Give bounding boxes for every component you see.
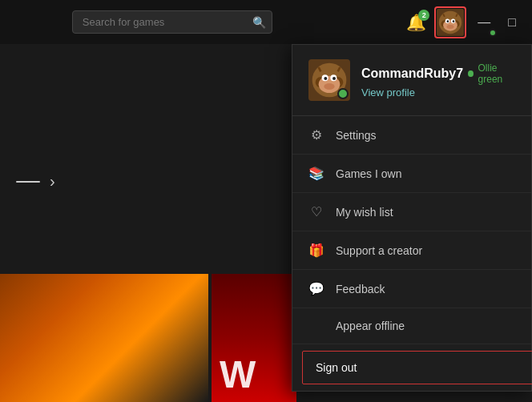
nav-next-button[interactable]: ›: [50, 172, 55, 191]
feedback-menu-item[interactable]: 💬 Feedback: [292, 270, 531, 308]
feedback-icon: 💬: [308, 281, 324, 296]
notif-badge: 2: [418, 10, 429, 21]
game-thumb-1: [0, 274, 208, 402]
search-icon: 🔍: [252, 16, 266, 29]
status-dot: [468, 70, 473, 77]
support-icon: 🎁: [308, 243, 324, 258]
games-own-menu-item[interactable]: 📚 Games I own: [292, 155, 531, 193]
svg-point-19: [324, 83, 334, 90]
maximize-button[interactable]: □: [502, 13, 522, 32]
games-label: Games I own: [336, 167, 401, 180]
settings-label: Settings: [336, 129, 377, 142]
support-label: Support a creator: [336, 244, 422, 257]
online-indicator: [489, 29, 497, 37]
svg-point-17: [324, 77, 327, 80]
topbar: 🔍 🔔 2: [0, 0, 532, 44]
nav-arrows: ›: [16, 172, 280, 191]
profile-username-row: CommandRuby7 Ollie green: [361, 62, 515, 85]
profile-info: CommandRuby7 Ollie green View profile: [361, 62, 515, 98]
wishlist-icon: ♡: [308, 204, 324, 219]
nav-line: [16, 181, 40, 183]
notifications-button[interactable]: 🔔 2: [403, 10, 429, 35]
support-creator-menu-item[interactable]: 🎁 Support a creator: [292, 231, 531, 270]
sign-out-button[interactable]: Sign out: [302, 351, 532, 384]
svg-point-18: [332, 77, 336, 80]
games-icon: 📚: [308, 166, 324, 181]
sign-out-label: Sign out: [316, 361, 357, 374]
wishlist-label: My wish list: [336, 206, 393, 219]
avatar: [437, 9, 464, 36]
search-container: 🔍: [72, 10, 272, 34]
username: CommandRuby7: [361, 66, 463, 81]
profile-avatar-large: [308, 59, 350, 101]
profile-avatar-button[interactable]: [434, 6, 466, 38]
svg-point-8: [447, 24, 454, 28]
game-thumb-2-letter: W: [220, 356, 256, 394]
appear-offline-label: Appear offline: [336, 320, 405, 332]
feedback-label: Feedback: [336, 283, 385, 295]
settings-icon: ⚙: [308, 127, 324, 143]
status-label: Ollie green: [478, 62, 515, 85]
topbar-right: 🔔 2 — □: [403, 6, 522, 38]
svg-point-7: [453, 20, 455, 22]
search-input[interactable]: [72, 10, 272, 34]
settings-menu-item[interactable]: ⚙ Settings: [292, 116, 531, 155]
game-thumbnails: W: [0, 274, 296, 402]
profile-dropdown: CommandRuby7 Ollie green View profile ⚙ …: [292, 44, 532, 392]
svg-point-6: [447, 20, 449, 22]
game-thumb-2: W: [212, 274, 296, 402]
profile-section: CommandRuby7 Ollie green View profile: [292, 45, 531, 116]
appear-offline-menu-item[interactable]: Appear offline: [292, 308, 531, 344]
wishlist-menu-item[interactable]: ♡ My wish list: [292, 193, 531, 231]
view-profile-link[interactable]: View profile: [361, 86, 515, 98]
